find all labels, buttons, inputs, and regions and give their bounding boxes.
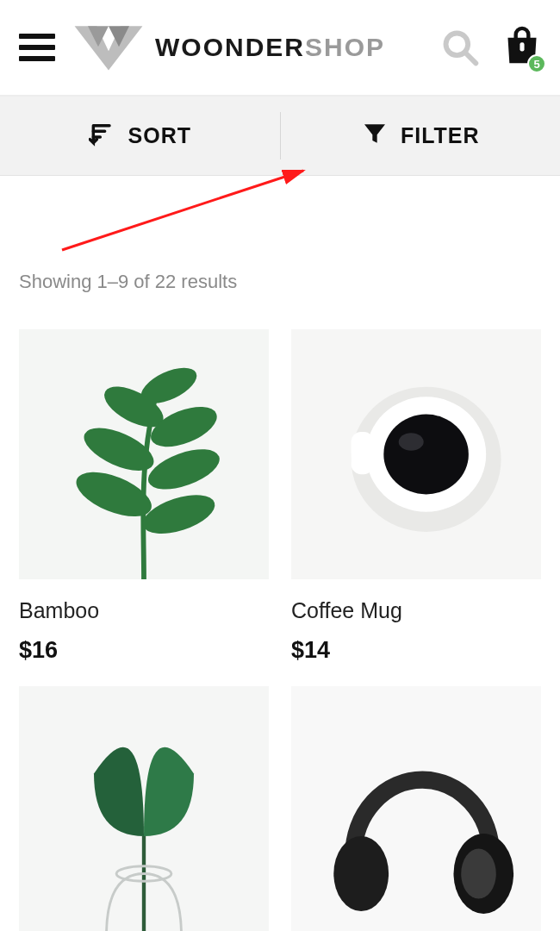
- svg-point-24: [333, 836, 389, 911]
- product-card[interactable]: Bamboo $16: [19, 329, 269, 664]
- cart-count-badge: 5: [527, 54, 546, 73]
- svg-rect-20: [352, 432, 374, 474]
- sort-label: SORT: [128, 123, 191, 148]
- filter-label: FILTER: [401, 123, 480, 148]
- brand-name: WOONDERSHOP: [155, 33, 385, 62]
- app-header: WOONDERSHOP 5: [0, 0, 560, 97]
- product-image: [19, 329, 269, 579]
- product-image: [291, 686, 541, 931]
- cart-button[interactable]: 5: [503, 25, 541, 70]
- product-card[interactable]: [19, 686, 269, 931]
- search-icon[interactable]: [441, 28, 479, 66]
- product-grid: Bamboo $16 Coffee Mug $14: [19, 329, 541, 931]
- listing-content: Showing 1–9 of 22 results Bamboo $16: [0, 176, 560, 931]
- sort-button[interactable]: SORT: [0, 97, 280, 175]
- sort-icon: [89, 120, 116, 153]
- logo-mark-icon: [71, 22, 146, 73]
- brand-logo[interactable]: WOONDERSHOP: [71, 22, 385, 73]
- svg-point-26: [461, 849, 496, 899]
- svg-point-18: [383, 415, 469, 495]
- product-image: [19, 686, 269, 931]
- results-count: Showing 1–9 of 22 results: [19, 271, 541, 293]
- svg-point-19: [399, 433, 424, 450]
- svg-marker-0: [75, 26, 143, 70]
- product-price: $16: [19, 637, 269, 664]
- product-name: Coffee Mug: [291, 598, 541, 623]
- menu-button[interactable]: [19, 29, 55, 66]
- brand-name-first: WOONDER: [155, 33, 305, 61]
- svg-rect-5: [520, 42, 524, 51]
- product-price: $14: [291, 637, 541, 664]
- filter-button[interactable]: FILTER: [281, 97, 561, 175]
- product-card[interactable]: Coffee Mug $14: [291, 329, 541, 664]
- product-card[interactable]: [291, 686, 541, 931]
- listing-toolbar: SORT FILTER: [0, 97, 560, 176]
- product-name: Bamboo: [19, 598, 269, 623]
- product-image: [291, 329, 541, 579]
- svg-line-4: [465, 53, 476, 64]
- filter-icon: [361, 120, 389, 153]
- brand-name-second: SHOP: [305, 33, 385, 61]
